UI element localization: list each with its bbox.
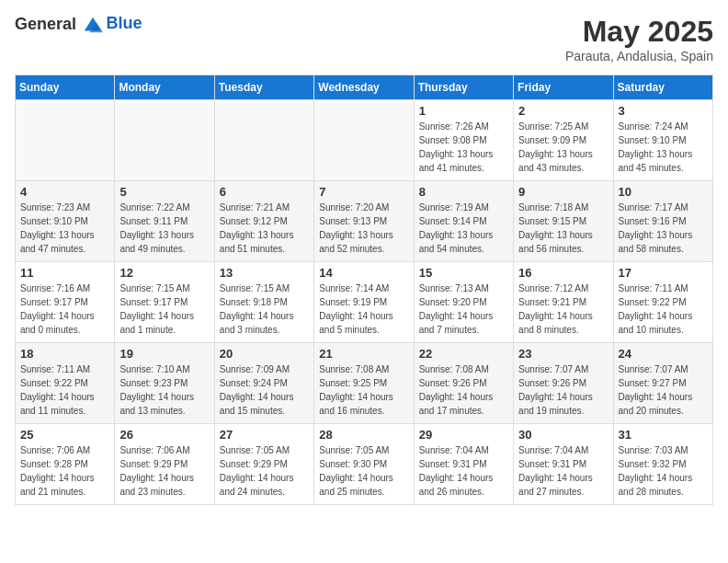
day-info: Sunrise: 7:11 AM Sunset: 9:22 PM Dayligh… <box>619 282 708 337</box>
day-number: 16 <box>518 266 608 280</box>
logo: General Blue <box>15 15 142 36</box>
day-number: 15 <box>419 266 508 280</box>
calendar-day-cell: 28Sunrise: 7:05 AM Sunset: 9:30 PM Dayli… <box>314 424 414 505</box>
day-number: 7 <box>319 185 408 199</box>
calendar-day-cell: 6Sunrise: 7:21 AM Sunset: 9:12 PM Daylig… <box>214 181 313 262</box>
calendar-day-cell: 4Sunrise: 7:23 AM Sunset: 9:10 PM Daylig… <box>16 181 115 262</box>
day-number: 29 <box>419 428 508 442</box>
day-info: Sunrise: 7:06 AM Sunset: 9:29 PM Dayligh… <box>119 443 209 499</box>
calendar-day-cell <box>214 100 313 181</box>
calendar-day-cell: 22Sunrise: 7:08 AM Sunset: 9:26 PM Dayli… <box>414 343 513 424</box>
logo-blue-text: Blue <box>107 14 142 33</box>
day-number: 13 <box>220 266 309 280</box>
day-info: Sunrise: 7:13 AM Sunset: 9:20 PM Dayligh… <box>419 282 508 337</box>
day-number: 30 <box>518 428 608 442</box>
day-number: 28 <box>319 428 408 442</box>
subtitle: Parauta, Andalusia, Spain <box>565 49 713 63</box>
calendar-day-cell: 26Sunrise: 7:06 AM Sunset: 9:29 PM Dayli… <box>115 424 214 505</box>
day-number: 10 <box>619 185 708 199</box>
title-area: May 2025 Parauta, Andalusia, Spain <box>565 15 713 63</box>
calendar-day-cell: 10Sunrise: 7:17 AM Sunset: 9:16 PM Dayli… <box>613 181 712 262</box>
day-info: Sunrise: 7:25 AM Sunset: 9:09 PM Dayligh… <box>518 120 608 175</box>
logo-icon <box>83 16 103 36</box>
calendar-week-row: 1Sunrise: 7:26 AM Sunset: 9:08 PM Daylig… <box>16 100 713 181</box>
day-info: Sunrise: 7:24 AM Sunset: 9:10 PM Dayligh… <box>619 120 708 175</box>
day-info: Sunrise: 7:12 AM Sunset: 9:21 PM Dayligh… <box>518 282 608 337</box>
calendar-day-cell: 30Sunrise: 7:04 AM Sunset: 9:31 PM Dayli… <box>514 424 613 505</box>
calendar-day-header: Wednesday <box>314 75 414 100</box>
calendar-day-header: Friday <box>514 75 613 100</box>
day-number: 1 <box>419 104 508 118</box>
day-info: Sunrise: 7:20 AM Sunset: 9:13 PM Dayligh… <box>319 201 408 256</box>
calendar-day-cell: 9Sunrise: 7:18 AM Sunset: 9:15 PM Daylig… <box>514 181 613 262</box>
calendar-day-cell: 17Sunrise: 7:11 AM Sunset: 9:22 PM Dayli… <box>613 262 712 343</box>
day-number: 24 <box>619 347 708 361</box>
calendar-day-cell: 29Sunrise: 7:04 AM Sunset: 9:31 PM Dayli… <box>414 424 513 505</box>
calendar-day-header: Sunday <box>16 75 115 100</box>
calendar-week-row: 25Sunrise: 7:06 AM Sunset: 9:28 PM Dayli… <box>16 424 713 505</box>
calendar-day-cell: 16Sunrise: 7:12 AM Sunset: 9:21 PM Dayli… <box>514 262 613 343</box>
day-info: Sunrise: 7:14 AM Sunset: 9:19 PM Dayligh… <box>319 282 408 337</box>
day-number: 20 <box>220 347 309 361</box>
day-info: Sunrise: 7:05 AM Sunset: 9:30 PM Dayligh… <box>319 443 408 499</box>
calendar-day-header: Tuesday <box>214 75 313 100</box>
day-number: 6 <box>220 185 309 199</box>
day-info: Sunrise: 7:07 AM Sunset: 9:26 PM Dayligh… <box>518 362 608 418</box>
logo-general: General <box>15 15 103 36</box>
day-number: 21 <box>319 347 408 361</box>
day-info: Sunrise: 7:15 AM Sunset: 9:18 PM Dayligh… <box>220 282 309 337</box>
day-info: Sunrise: 7:04 AM Sunset: 9:31 PM Dayligh… <box>518 443 608 499</box>
day-info: Sunrise: 7:17 AM Sunset: 9:16 PM Dayligh… <box>619 201 708 256</box>
day-number: 4 <box>20 185 109 199</box>
calendar-day-cell: 19Sunrise: 7:10 AM Sunset: 9:23 PM Dayli… <box>115 343 214 424</box>
calendar-day-cell <box>16 100 115 181</box>
day-info: Sunrise: 7:06 AM Sunset: 9:28 PM Dayligh… <box>20 443 109 499</box>
calendar-day-cell: 2Sunrise: 7:25 AM Sunset: 9:09 PM Daylig… <box>514 100 613 181</box>
calendar-day-cell: 27Sunrise: 7:05 AM Sunset: 9:29 PM Dayli… <box>214 424 313 505</box>
calendar-day-cell: 5Sunrise: 7:22 AM Sunset: 9:11 PM Daylig… <box>115 181 214 262</box>
calendar-day-cell: 23Sunrise: 7:07 AM Sunset: 9:26 PM Dayli… <box>514 343 613 424</box>
calendar-day-cell: 14Sunrise: 7:14 AM Sunset: 9:19 PM Dayli… <box>314 262 414 343</box>
calendar-day-cell: 3Sunrise: 7:24 AM Sunset: 9:10 PM Daylig… <box>613 100 712 181</box>
day-number: 5 <box>119 185 209 199</box>
day-info: Sunrise: 7:08 AM Sunset: 9:25 PM Dayligh… <box>319 362 408 418</box>
calendar-day-cell: 21Sunrise: 7:08 AM Sunset: 9:25 PM Dayli… <box>314 343 414 424</box>
day-info: Sunrise: 7:04 AM Sunset: 9:31 PM Dayligh… <box>419 443 508 499</box>
day-number: 11 <box>20 266 109 280</box>
calendar-week-row: 11Sunrise: 7:16 AM Sunset: 9:17 PM Dayli… <box>16 262 713 343</box>
day-number: 22 <box>419 347 508 361</box>
calendar-day-cell: 12Sunrise: 7:15 AM Sunset: 9:17 PM Dayli… <box>115 262 214 343</box>
calendar-day-cell: 24Sunrise: 7:07 AM Sunset: 9:27 PM Dayli… <box>613 343 712 424</box>
day-number: 17 <box>619 266 708 280</box>
day-info: Sunrise: 7:18 AM Sunset: 9:15 PM Dayligh… <box>518 201 608 256</box>
day-number: 27 <box>220 428 309 442</box>
calendar-day-cell: 8Sunrise: 7:19 AM Sunset: 9:14 PM Daylig… <box>414 181 513 262</box>
calendar-day-cell: 11Sunrise: 7:16 AM Sunset: 9:17 PM Dayli… <box>16 262 115 343</box>
day-info: Sunrise: 7:23 AM Sunset: 9:10 PM Dayligh… <box>20 201 109 256</box>
day-info: Sunrise: 7:19 AM Sunset: 9:14 PM Dayligh… <box>419 201 508 256</box>
day-number: 3 <box>619 104 708 118</box>
logo-general-text: General <box>15 15 76 33</box>
day-number: 18 <box>20 347 109 361</box>
calendar-table: SundayMondayTuesdayWednesdayThursdayFrid… <box>15 75 713 505</box>
main-title: May 2025 <box>565 15 713 49</box>
calendar-day-cell <box>115 100 214 181</box>
calendar-week-row: 4Sunrise: 7:23 AM Sunset: 9:10 PM Daylig… <box>16 181 713 262</box>
calendar-day-cell: 25Sunrise: 7:06 AM Sunset: 9:28 PM Dayli… <box>16 424 115 505</box>
day-info: Sunrise: 7:11 AM Sunset: 9:22 PM Dayligh… <box>20 362 109 418</box>
day-number: 9 <box>518 185 608 199</box>
calendar-day-cell: 7Sunrise: 7:20 AM Sunset: 9:13 PM Daylig… <box>314 181 414 262</box>
day-info: Sunrise: 7:15 AM Sunset: 9:17 PM Dayligh… <box>119 282 209 337</box>
day-info: Sunrise: 7:10 AM Sunset: 9:23 PM Dayligh… <box>119 362 209 418</box>
day-info: Sunrise: 7:16 AM Sunset: 9:17 PM Dayligh… <box>20 282 109 337</box>
calendar-day-cell: 1Sunrise: 7:26 AM Sunset: 9:08 PM Daylig… <box>414 100 513 181</box>
day-info: Sunrise: 7:03 AM Sunset: 9:32 PM Dayligh… <box>619 443 708 499</box>
calendar-day-header: Monday <box>115 75 214 100</box>
calendar-week-row: 18Sunrise: 7:11 AM Sunset: 9:22 PM Dayli… <box>16 343 713 424</box>
day-number: 26 <box>119 428 209 442</box>
calendar-day-cell: 20Sunrise: 7:09 AM Sunset: 9:24 PM Dayli… <box>214 343 313 424</box>
day-info: Sunrise: 7:21 AM Sunset: 9:12 PM Dayligh… <box>220 201 309 256</box>
day-number: 23 <box>518 347 608 361</box>
day-number: 31 <box>619 428 708 442</box>
calendar-day-cell: 18Sunrise: 7:11 AM Sunset: 9:22 PM Dayli… <box>16 343 115 424</box>
